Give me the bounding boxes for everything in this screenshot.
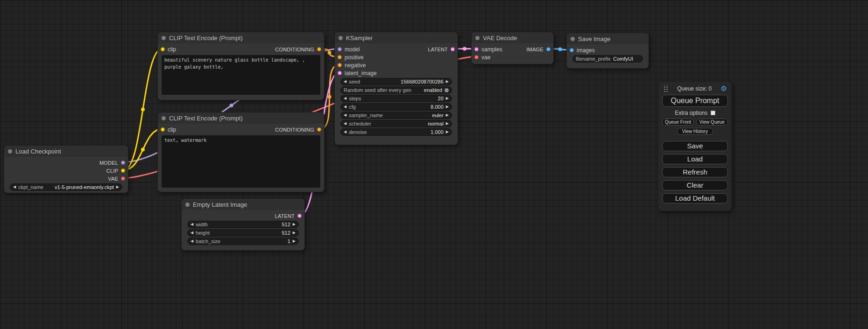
decrement-arrow-icon[interactable]: ◀: [344, 97, 346, 100]
input-slot-vae[interactable]: [474, 55, 479, 59]
decrement-arrow-icon[interactable]: ◀: [13, 185, 16, 189]
prompt-textarea[interactable]: text, watermark: [162, 135, 320, 188]
output-slot-vae[interactable]: [121, 176, 125, 181]
widget-random-seed-toggle[interactable]: Random seed after every gen enabled: [340, 86, 452, 94]
input-slot-clip[interactable]: [161, 47, 165, 51]
decrement-arrow-icon[interactable]: ◀: [191, 231, 193, 235]
prompt-textarea[interactable]: beautiful scenery nature glass bottle la…: [162, 55, 320, 95]
widget-scheduler[interactable]: ◀ scheduler normal ▶: [340, 120, 452, 127]
node-ksampler[interactable]: KSampler model LATENT positive negative …: [334, 32, 458, 145]
increment-arrow-icon[interactable]: ▶: [293, 231, 296, 235]
widget-steps[interactable]: ◀ steps 20 ▶: [340, 95, 452, 102]
node-title-bar[interactable]: CLIP Text Encode (Prompt): [158, 32, 324, 43]
output-slot-latent[interactable]: [451, 47, 455, 51]
input-slot-images[interactable]: [570, 48, 574, 52]
input-slot-latent-image[interactable]: [338, 71, 342, 75]
increment-arrow-icon[interactable]: ▶: [446, 80, 449, 84]
output-slot-image[interactable]: [546, 47, 550, 51]
output-label-model: MODEL: [99, 160, 118, 166]
output-slot-model[interactable]: [121, 161, 125, 165]
view-queue-button[interactable]: View Queue: [696, 119, 728, 126]
collapse-dot-icon[interactable]: [571, 37, 575, 41]
node-vae-decode[interactable]: VAE Decode samples IMAGE vae: [471, 32, 554, 64]
collapse-dot-icon[interactable]: [162, 116, 166, 120]
decrement-arrow-icon[interactable]: ◀: [191, 239, 193, 243]
widget-ckpt-name[interactable]: ◀ ckpt_name v1-5-pruned-emaonly.ckpt ▶: [10, 183, 122, 191]
input-slot-samples[interactable]: [474, 47, 479, 51]
node-title: Load Checkpoint: [15, 148, 61, 155]
input-slot-negative[interactable]: [338, 63, 342, 67]
increment-arrow-icon[interactable]: ▶: [446, 113, 449, 117]
save-button[interactable]: Save: [662, 141, 728, 151]
increment-arrow-icon[interactable]: ▶: [293, 223, 296, 226]
node-title-bar[interactable]: CLIP Text Encode (Prompt): [158, 112, 324, 124]
widget-sampler-name[interactable]: ◀ sampler_name euler ▶: [340, 112, 452, 119]
node-clip-text-encode-negative[interactable]: CLIP Text Encode (Prompt) clip CONDITION…: [157, 112, 325, 192]
node-title-bar[interactable]: Save Image: [567, 33, 649, 44]
widget-seed[interactable]: ◀ seed 156680208700286 ▶: [340, 78, 452, 85]
node-empty-latent-image[interactable]: Empty Latent Image LATENT ◀ width 512 ▶ …: [181, 198, 305, 251]
output-label-clip: CLIP: [106, 168, 118, 174]
widget-cfg[interactable]: ◀ cfg 8.000 ▶: [340, 103, 452, 111]
collapse-dot-icon[interactable]: [162, 36, 166, 40]
input-slot-model[interactable]: [338, 47, 342, 51]
node-graph-canvas[interactable]: Load Checkpoint MODEL CLIP VAE ◀ ckpt_na…: [0, 0, 868, 329]
widget-value: enabled: [424, 87, 442, 93]
node-load-checkpoint[interactable]: Load Checkpoint MODEL CLIP VAE ◀ ckpt_na…: [4, 145, 128, 193]
input-label-latent-image: latent_image: [345, 70, 377, 77]
output-slot-clip[interactable]: [121, 168, 125, 173]
input-slot-positive[interactable]: [338, 55, 342, 59]
collapse-dot-icon[interactable]: [8, 149, 12, 154]
slot-row: model LATENT: [335, 45, 458, 53]
widget-value: 512: [282, 230, 290, 236]
decrement-arrow-icon[interactable]: ◀: [344, 113, 346, 117]
collapse-dot-icon[interactable]: [339, 36, 343, 40]
clear-button[interactable]: Clear: [662, 180, 728, 190]
node-body: images filename_prefix ComfyUI: [567, 44, 649, 63]
load-default-button[interactable]: Load Default: [662, 193, 728, 203]
slot-row: MODEL: [4, 159, 128, 167]
node-save-image[interactable]: Save Image images filename_prefix ComfyU…: [566, 33, 649, 69]
increment-arrow-icon[interactable]: ▶: [446, 130, 449, 134]
collapse-dot-icon[interactable]: [185, 203, 190, 207]
collapse-dot-icon[interactable]: [475, 36, 480, 40]
increment-arrow-icon[interactable]: ▶: [446, 105, 449, 109]
increment-arrow-icon[interactable]: ▶: [446, 97, 449, 100]
decrement-arrow-icon[interactable]: ◀: [191, 223, 193, 226]
widget-denoise[interactable]: ◀ denoise 1.000 ▶: [340, 128, 452, 136]
settings-gear-icon[interactable]: ⚙: [721, 85, 727, 92]
decrement-arrow-icon[interactable]: ◀: [344, 105, 346, 109]
node-body: MODEL CLIP VAE ◀ ckpt_name v1-5-pruned-e…: [4, 157, 128, 191]
output-slot-latent[interactable]: [297, 214, 302, 218]
menu-drag-handle-icon[interactable]: [663, 85, 668, 92]
refresh-button[interactable]: Refresh: [662, 167, 728, 177]
widget-height[interactable]: ◀ height 512 ▶: [187, 229, 299, 237]
widget-width[interactable]: ◀ width 512 ▶: [187, 221, 299, 228]
widget-value: normal: [428, 121, 444, 126]
node-title-bar[interactable]: KSampler: [335, 32, 458, 43]
widget-batch-size[interactable]: ◀ batch_size 1 ▶: [187, 238, 299, 245]
decrement-arrow-icon[interactable]: ◀: [344, 130, 346, 134]
decrement-arrow-icon[interactable]: ◀: [344, 80, 346, 84]
increment-arrow-icon[interactable]: ▶: [293, 239, 296, 243]
queue-menu-panel: Queue size: 0 ⚙ Queue Prompt Extra optio…: [658, 82, 732, 211]
node-clip-text-encode-positive[interactable]: CLIP Text Encode (Prompt) clip CONDITION…: [157, 32, 325, 100]
slot-row: positive: [335, 53, 458, 61]
view-history-button[interactable]: View History: [677, 128, 713, 135]
queue-front-button[interactable]: Queue Front: [662, 119, 694, 126]
increment-arrow-icon[interactable]: ▶: [446, 122, 449, 126]
decrement-arrow-icon[interactable]: ◀: [344, 122, 346, 126]
node-title-bar[interactable]: VAE Decode: [472, 32, 553, 43]
widget-filename-prefix[interactable]: filename_prefix ComfyUI: [572, 55, 643, 63]
load-button[interactable]: Load: [662, 154, 728, 164]
output-slot-conditioning[interactable]: [317, 127, 321, 132]
increment-arrow-icon[interactable]: ▶: [116, 185, 119, 189]
input-slot-clip[interactable]: [161, 127, 165, 132]
output-slot-conditioning[interactable]: [317, 47, 321, 51]
node-title-bar[interactable]: Empty Latent Image: [182, 199, 304, 210]
extra-options-checkbox[interactable]: [711, 111, 715, 115]
node-body: samples IMAGE vae: [472, 43, 553, 61]
node-title-bar[interactable]: Load Checkpoint: [4, 146, 128, 157]
widget-label: seed: [349, 79, 360, 84]
queue-prompt-button[interactable]: Queue Prompt: [662, 95, 728, 107]
